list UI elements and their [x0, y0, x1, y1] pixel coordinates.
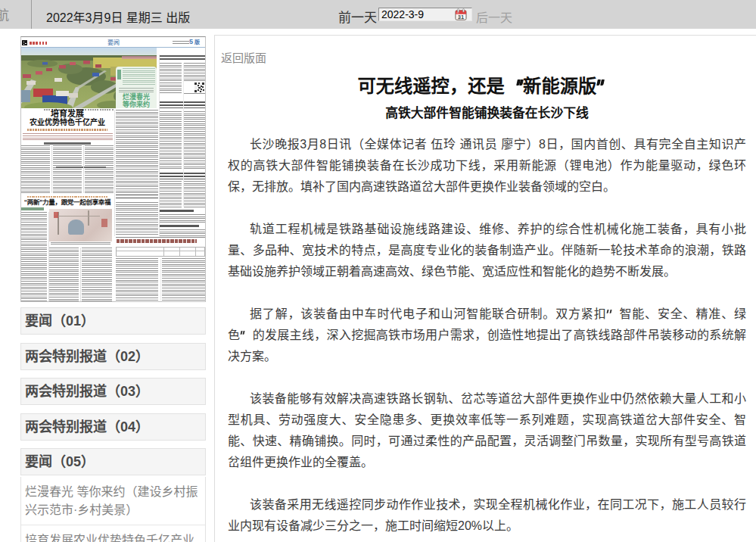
svg-text:31: 31: [458, 13, 465, 20]
